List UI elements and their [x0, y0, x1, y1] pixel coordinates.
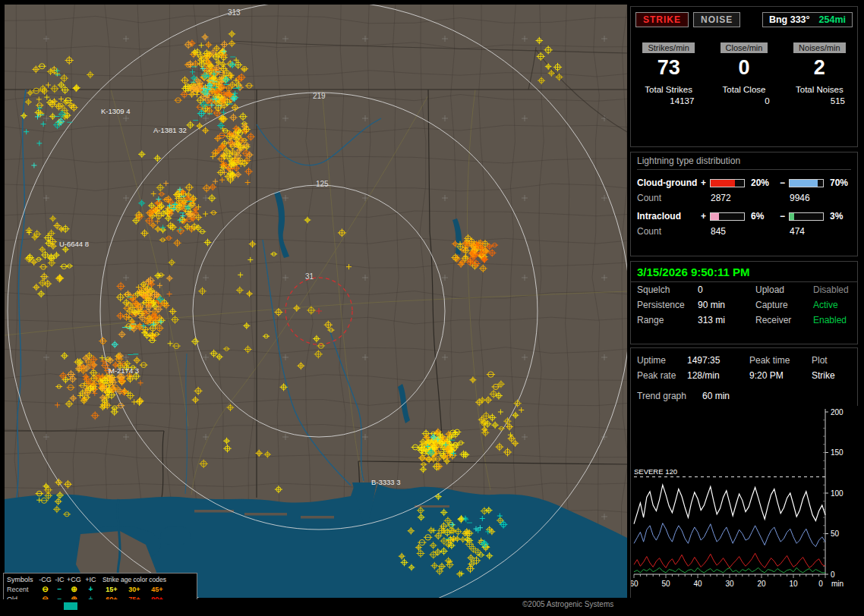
svg-text:10: 10 [789, 580, 798, 588]
trend-chart: 2001501005006050403020100minSEVERE 120 [631, 406, 859, 600]
svg-text:125: 125 [316, 180, 329, 188]
plot-label: Plot [812, 355, 851, 366]
ic-minus-count: 474 [780, 226, 856, 237]
peak-time-label: Peak time [749, 355, 812, 366]
svg-text:50: 50 [831, 530, 840, 538]
svg-text:A-1381 32: A-1381 32 [153, 126, 187, 134]
svg-text:B-3333 3: B-3333 3 [371, 478, 401, 486]
peak-time-value: 9:20 PM [749, 370, 812, 381]
strike-button[interactable]: STRIKE [635, 12, 689, 27]
cloud-ground-counts: Count 2872 9946 [637, 190, 851, 206]
rate-headers-row: Strikes/min Close/min Noises/min [631, 40, 857, 54]
svg-text:150: 150 [831, 448, 844, 457]
mode-row: STRIKE NOISE Bng 333° 254mi [631, 7, 857, 27]
strikes-per-min-value: 73 [631, 56, 706, 80]
svg-text:200: 200 [831, 408, 844, 416]
distribution-title: Lightning type distribution [637, 156, 851, 170]
ic-minus-bar [789, 212, 824, 221]
trend-graph-label: Trend graph [637, 391, 702, 401]
ic-plus-bar [710, 212, 745, 221]
noises-per-min-value: 2 [782, 56, 857, 80]
noises-per-min-chip[interactable]: Noises/min [793, 42, 845, 53]
totals-values-row: 14137 0 515 [631, 96, 857, 105]
svg-text:min: min [831, 580, 844, 588]
cg-minus-count: 9946 [780, 193, 856, 203]
svg-text:SEVERE 120: SEVERE 120 [634, 467, 677, 476]
uptime-label: Uptime [637, 355, 687, 366]
map-display[interactable]: 31125219313K-1309 4A-1381 32U-6644 8M-21… [5, 5, 627, 598]
svg-text:K-1309 4: K-1309 4 [101, 107, 131, 115]
ic-plus-count: 845 [701, 226, 780, 237]
strikes-per-min-chip[interactable]: Strikes/min [642, 42, 694, 53]
intracloud-counts: Count 845 474 [637, 224, 851, 239]
persistence-label: Persistence [637, 300, 698, 310]
total-noises-value: 515 [782, 96, 857, 105]
datetime-display: 3/15/2026 9:50:11 PM [631, 262, 857, 282]
legend-row: Recent⊖−⊕+15+30+45+ [6, 584, 194, 594]
bottom-bar: ©2005 Astrogenic Systems [0, 599, 864, 616]
trend-label-row: Trend graph 60 min [631, 388, 857, 404]
persistence-value: 90 min [698, 300, 755, 310]
capture-value: Active [813, 300, 851, 310]
ic-minus-pct: 3% [827, 211, 856, 222]
squelch-label: Squelch [637, 284, 698, 295]
svg-text:50: 50 [661, 580, 670, 588]
svg-text:60: 60 [631, 580, 639, 588]
bearing-readout: Bng 333° 254mi [762, 12, 853, 27]
receiver-value: Enabled [813, 315, 851, 325]
total-close-value: 0 [706, 96, 781, 105]
total-close-label: Total Close [706, 85, 781, 94]
squelch-value: 0 [698, 284, 755, 295]
cg-plus-pct: 20% [748, 178, 780, 188]
total-noises-label: Total Noises [782, 85, 857, 94]
trend-window-value: 60 min [702, 391, 851, 401]
minus-sign: − [780, 211, 789, 222]
status-row: Range 313 mi Receiver Enabled [631, 313, 857, 328]
app-window: 31125219313K-1309 4A-1381 32U-6644 8M-21… [0, 0, 864, 616]
svg-text:M-2174 3: M-2174 3 [109, 366, 139, 375]
svg-text:313: 313 [228, 8, 241, 17]
legend-header: Symbols-CG-IC+CG+ICStrike age color code… [6, 574, 194, 584]
bearing-distance: 254mi [819, 14, 846, 25]
total-strikes-label: Total Strikes [631, 85, 706, 94]
noise-button[interactable]: NOISE [693, 12, 740, 27]
ic-plus-pct: 6% [748, 211, 780, 222]
stats-row: Peak rate 128/min 9:20 PM Strike [631, 368, 857, 383]
status-section: 3/15/2026 9:50:11 PM Squelch 0 Upload Di… [630, 261, 858, 344]
svg-text:U-6644 8: U-6644 8 [59, 240, 89, 248]
stats-row: Uptime 1497:35 Peak time Plot [631, 353, 857, 368]
status-row: Persistence 90 min Capture Active [631, 297, 857, 313]
cg-minus-bar [789, 179, 824, 187]
cg-minus-pct: 70% [827, 178, 856, 188]
peak-rate-value: 128/min [687, 370, 749, 381]
plus-sign: + [701, 178, 710, 188]
svg-text:31: 31 [305, 272, 314, 281]
control-panel: STRIKE NOISE Bng 333° 254mi Strikes/min … [630, 5, 859, 599]
totals-labels-row: Total Strikes Total Close Total Noises [631, 85, 857, 94]
range-label: Range [637, 315, 698, 325]
svg-text:0: 0 [831, 570, 835, 579]
total-strikes-value: 14137 [631, 96, 706, 105]
plot-value: Strike [812, 370, 851, 381]
type-label: Cloud-ground [637, 178, 701, 188]
intracloud-row: Intracloud + 6% − 3% [637, 209, 851, 224]
range-value: 313 mi [698, 315, 755, 325]
copyright-text: ©2005 Astrogenic Systems [522, 600, 613, 608]
upload-value: Disabled [813, 284, 851, 295]
close-per-min-value: 0 [706, 56, 781, 80]
map-svg: 31125219313K-1309 4A-1381 32U-6644 8M-21… [5, 5, 627, 598]
rate-values-row: 73 0 2 [631, 56, 857, 80]
upload-label: Upload [755, 284, 813, 295]
svg-text:40: 40 [693, 580, 702, 588]
status-row: Squelch 0 Upload Disabled [631, 282, 857, 297]
stats-section: Uptime 1497:35 Peak time Plot Peak rate … [630, 347, 858, 598]
svg-text:100: 100 [831, 489, 844, 498]
type-label: Intracloud [637, 211, 701, 222]
svg-text:20: 20 [757, 580, 766, 588]
receiver-label: Receiver [755, 315, 813, 325]
minus-sign: − [780, 178, 789, 188]
cg-plus-count: 2872 [701, 193, 780, 203]
taskbar-chip[interactable] [64, 602, 77, 610]
svg-text:0: 0 [818, 580, 823, 588]
close-per-min-chip[interactable]: Close/min [721, 42, 768, 53]
